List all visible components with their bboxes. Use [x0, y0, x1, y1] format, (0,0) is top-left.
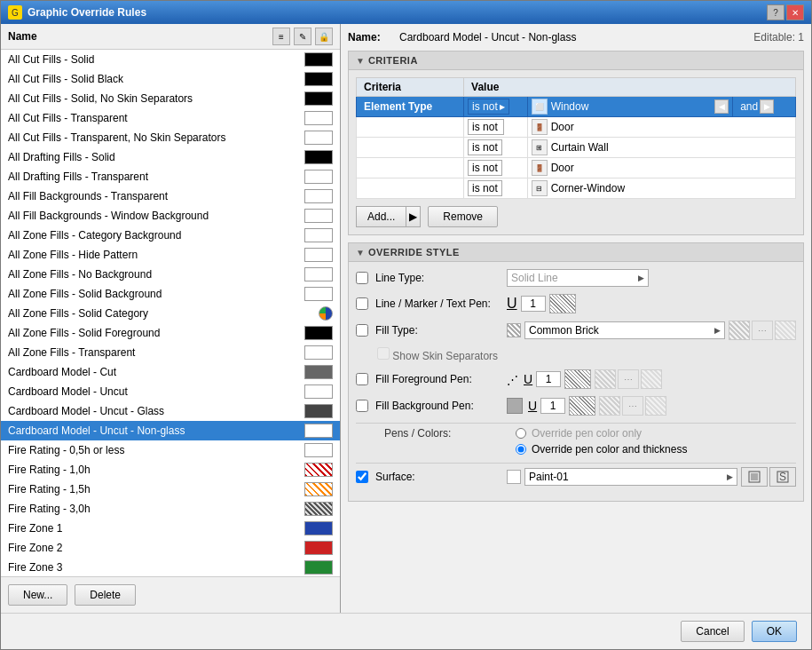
fill-action-2[interactable]: ⋯ — [752, 321, 773, 340]
fill-fg-checkbox[interactable] — [356, 373, 368, 385]
list-item[interactable]: All Zone Fills - Category Background — [1, 226, 340, 245]
next-btn[interactable]: ▶ — [760, 99, 774, 114]
help-button[interactable]: ? — [767, 4, 784, 20]
override-header[interactable]: ▼ OVERRIDE STYLE — [349, 243, 803, 262]
list-item[interactable]: All Zone Fills - Solid Foreground — [1, 323, 340, 343]
new-button[interactable]: New... — [8, 584, 67, 606]
radio-pen-thickness[interactable] — [516, 444, 526, 455]
rules-list[interactable]: All Cut Fills - Solid All Cut Fills - So… — [1, 50, 340, 576]
fg-action-1[interactable] — [595, 369, 616, 389]
skin-sep-label: Show Skin Separators — [392, 350, 498, 362]
list-item[interactable]: All Cut Fills - Solid Black — [1, 69, 340, 89]
list-item[interactable]: Fire Rating - 3,0h — [1, 499, 340, 519]
criteria-operator-cell[interactable]: is not — [464, 138, 528, 158]
fg-action-2[interactable]: ⋯ — [618, 369, 639, 389]
ok-button[interactable]: OK — [752, 621, 797, 642]
criteria-row[interactable]: is not 🚪 Door — [357, 158, 796, 178]
criteria-row[interactable]: is not 🚪 Door — [357, 117, 796, 138]
criteria-operator-cell[interactable]: is not — [464, 158, 528, 178]
list-item[interactable]: All Cut Fills - Solid — [1, 50, 340, 69]
swatch — [304, 228, 333, 242]
line-marker-row: Line / Marker / Text Pen: U — [356, 294, 796, 313]
cancel-button[interactable]: Cancel — [681, 621, 744, 642]
criteria-operator-cell[interactable]: is not — [464, 117, 528, 138]
operator-dropdown[interactable]: is not — [468, 160, 502, 176]
surface-action-2[interactable]: S — [769, 467, 796, 487]
sort-icon[interactable]: ≡ — [272, 28, 290, 45]
list-item[interactable]: Cardboard Model - Uncut — [1, 382, 340, 401]
list-item[interactable]: All Zone Fills - Transparent — [1, 343, 340, 362]
swatch — [304, 502, 333, 516]
list-item[interactable]: Cardboard Model - Uncut - Glass — [1, 401, 340, 421]
fill-fg-pen-pattern[interactable] — [564, 369, 591, 389]
list-item[interactable]: Cardboard Model - Cut — [1, 362, 340, 382]
surface-checkbox[interactable] — [356, 471, 368, 483]
add-button[interactable]: Add... — [357, 207, 406, 226]
prev-btn[interactable]: ◀ — [714, 99, 729, 114]
list-item[interactable]: Fire Zone 2 — [1, 538, 340, 558]
list-item[interactable]: All Cut Fills - Transparent — [1, 108, 340, 128]
list-item[interactable]: All Fill Backgrounds - Transparent — [1, 186, 340, 206]
bg-action-1[interactable] — [599, 396, 620, 416]
criteria-row[interactable]: is not ⊟ Corner-Window — [357, 178, 796, 199]
fill-fg-pen-number[interactable] — [536, 371, 561, 387]
skin-sep-checkbox[interactable] — [377, 347, 390, 360]
remove-button[interactable]: Remove — [428, 206, 498, 227]
surface-dropdown[interactable]: Paint-01 ▶ — [524, 468, 737, 486]
list-item[interactable]: Fire Rating - 1,5h — [1, 480, 340, 499]
list-item[interactable]: All Drafting Fills - Solid — [1, 147, 340, 167]
list-item-selected[interactable]: Cardboard Model - Uncut - Non-glass — [1, 421, 340, 440]
lock-icon[interactable]: 🔒 — [315, 28, 333, 45]
swatch — [304, 482, 333, 496]
fill-bg-checkbox[interactable] — [356, 400, 368, 412]
fill-action-3[interactable] — [775, 321, 796, 340]
criteria-row[interactable]: is not ⊞ Curtain Wall — [357, 138, 796, 158]
criteria-operator-cell[interactable]: is not — [464, 178, 528, 199]
list-item[interactable]: All Drafting Fills - Transparent — [1, 167, 340, 186]
radio-pen-only[interactable] — [516, 428, 526, 439]
operator-dropdown[interactable]: is not — [468, 180, 502, 196]
value-icon: ⬜ — [532, 99, 548, 115]
list-item[interactable]: All Zone Fills - Solid Category — [1, 304, 340, 323]
fg-action-3[interactable] — [641, 369, 662, 389]
fill-bg-pen-pattern[interactable] — [569, 396, 595, 416]
operator-dropdown[interactable]: is not — [468, 119, 504, 135]
main-content: Name ≡ ✎ 🔒 All Cut Fills - Solid All Cut… — [1, 24, 811, 613]
criteria-header[interactable]: ▼ CRITERIA — [349, 52, 803, 70]
list-item[interactable]: Fire Zone 3 — [1, 558, 340, 576]
line-marker-checkbox[interactable] — [356, 297, 368, 310]
list-item[interactable]: Fire Rating - 0,5h or less — [1, 440, 340, 460]
line-pen-number[interactable] — [521, 296, 546, 312]
close-button[interactable]: ✕ — [786, 4, 804, 20]
add-dropdown-arrow[interactable]: ▶ — [406, 207, 420, 226]
bg-action-2[interactable]: ⋯ — [622, 396, 643, 416]
fill-bg-pen-number[interactable] — [540, 398, 565, 414]
list-item[interactable]: All Cut Fills - Solid, No Skin Separator… — [1, 89, 340, 108]
add-button-group[interactable]: Add... ▶ — [356, 206, 421, 227]
operator-dropdown[interactable]: is not — [468, 139, 502, 155]
fill-type-checkbox[interactable] — [356, 324, 368, 337]
delete-button[interactable]: Delete — [75, 584, 136, 606]
criteria-operator-cell[interactable]: is not ▶ — [464, 97, 528, 117]
operator-dropdown[interactable]: is not ▶ — [468, 99, 509, 115]
line-type-checkbox[interactable] — [356, 272, 368, 284]
surface-action-1[interactable] — [741, 467, 768, 487]
edit-icon[interactable]: ✎ — [294, 28, 311, 45]
bg-action-3[interactable] — [645, 396, 666, 416]
list-item[interactable]: All Zone Fills - No Background — [1, 265, 340, 284]
fill-type-dropdown[interactable]: Common Brick ▶ — [524, 321, 725, 339]
fill-action-1[interactable] — [729, 321, 750, 340]
swatch — [319, 306, 333, 321]
list-item[interactable]: All Zone Fills - Hide Pattern — [1, 245, 340, 265]
line-pen-pattern[interactable] — [549, 294, 576, 313]
criteria-collapse-icon: ▼ — [356, 56, 365, 66]
list-item[interactable]: All Zone Fills - Solid Background — [1, 284, 340, 304]
list-item[interactable]: Fire Rating - 1,0h — [1, 460, 340, 480]
surface-action-btns: S — [741, 467, 796, 487]
list-item[interactable]: All Cut Fills - Transparent, No Skin Sep… — [1, 128, 340, 147]
criteria-value-cell: 🚪 Door — [527, 117, 795, 138]
list-item[interactable]: Fire Zone 1 — [1, 519, 340, 538]
criteria-row[interactable]: Element Type is not ▶ ⬜ — [357, 97, 796, 117]
line-type-dropdown[interactable]: Solid Line ▶ — [507, 269, 649, 287]
list-item[interactable]: All Fill Backgrounds - Window Background — [1, 206, 340, 226]
